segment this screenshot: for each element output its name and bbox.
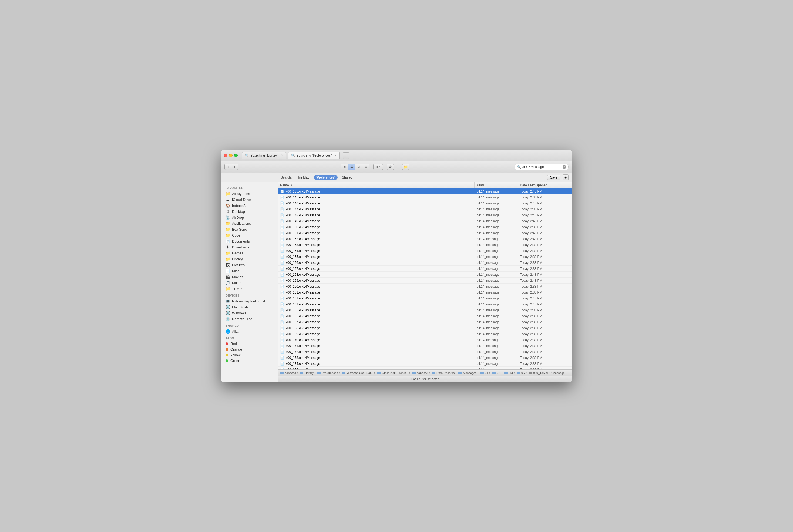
sidebar-item-red[interactable]: Red <box>221 341 278 346</box>
icon-view-button[interactable]: ⊞ <box>341 164 348 170</box>
date-column-header[interactable]: Date Last Opened <box>518 182 572 188</box>
table-row[interactable]: 📄 x00_156.olk14Message olk14_message Tod… <box>278 260 572 266</box>
sidebar-item-temp[interactable]: 📁 TEMP <box>221 286 278 292</box>
table-row[interactable]: 📄 x00_166.olk14Message olk14_message Tod… <box>278 313 572 319</box>
sidebar-item-airdrop[interactable]: 📡 AirDrop <box>221 214 278 220</box>
coverflow-view-button[interactable]: ▤ <box>362 164 369 170</box>
table-row[interactable]: 📄 x00_171.olk14Message olk14_message Tod… <box>278 343 572 349</box>
table-row[interactable]: 📄 x00_157.olk14Message olk14_message Tod… <box>278 266 572 272</box>
sidebar-item-hobbes3[interactable]: 🏠 hobbes3 <box>221 203 278 208</box>
scope-this-mac[interactable]: This Mac <box>294 175 311 180</box>
action-button[interactable]: ⚙ <box>387 164 394 170</box>
scope-preferences[interactable]: "Preferences" <box>314 175 338 180</box>
table-row[interactable]: 📄 x00_151.olk14Message olk14_message Tod… <box>278 230 572 236</box>
table-row[interactable]: 📄 x00_169.olk14Message olk14_message Tod… <box>278 331 572 337</box>
table-row[interactable]: 📄 x00_147.olk14Message olk14_message Tod… <box>278 206 572 212</box>
sidebar-item-icloud-drive[interactable]: ☁ iCloud Drive <box>221 196 278 203</box>
scope-shared[interactable]: Shared <box>340 175 355 180</box>
sidebar-item-all-my-files[interactable]: 📁 All My Files <box>221 191 278 196</box>
name-column-header[interactable]: Name ▲ <box>278 182 475 188</box>
breadcrumb-item[interactable]: 0B <box>492 371 500 375</box>
breadcrumb-item[interactable]: 0M <box>504 371 513 375</box>
table-row[interactable]: 📄 x00_145.olk14Message olk14_message Tod… <box>278 194 572 201</box>
table-row[interactable]: 📄 x00_161.olk14Message olk14_message Tod… <box>278 289 572 296</box>
share-button[interactable]: 📁 <box>402 164 409 170</box>
kind-column-header[interactable]: Kind <box>475 182 518 188</box>
sidebar-item-music[interactable]: 🎵 Music <box>221 280 278 286</box>
sidebar-item-box-sync[interactable]: 📁 Box Sync <box>221 226 278 232</box>
breadcrumb-item[interactable]: 0T <box>480 371 488 375</box>
table-row[interactable]: 📄 x00_170.olk14Message olk14_message Tod… <box>278 337 572 343</box>
breadcrumb-item[interactable]: Messages <box>458 371 476 375</box>
breadcrumb-item[interactable]: Library <box>300 371 314 375</box>
view-options-dropdown[interactable]: ≡ ▾ <box>373 164 383 170</box>
table-row[interactable]: 📄 x00_152.olk14Message olk14_message Tod… <box>278 236 572 242</box>
table-row[interactable]: 📄 x00_160.olk14Message olk14_message Tod… <box>278 284 572 289</box>
breadcrumb-item[interactable]: Preferences <box>317 371 338 375</box>
table-row[interactable]: 📄 x00_163.olk14Message olk14_message Tod… <box>278 301 572 307</box>
table-row[interactable]: 📄 x00_135.olk14Message olk14_message Tod… <box>278 189 572 194</box>
tab-preferences[interactable]: 🔍 Searching "Preferences" ✕ <box>288 152 340 159</box>
sidebar-item-documents[interactable]: 📄 Documents <box>221 238 278 244</box>
sidebar-item-applications[interactable]: 📁 Applications <box>221 220 278 226</box>
tab-library[interactable]: 🔍 Searching "Library" ✕ <box>242 152 286 159</box>
table-row[interactable]: 📄 x00_162.olk14Message olk14_message Tod… <box>278 296 572 301</box>
list-view-button[interactable]: ☰ <box>348 164 355 170</box>
search-input[interactable] <box>522 165 563 169</box>
table-row[interactable]: 📄 x00_167.olk14Message olk14_message Tod… <box>278 319 572 325</box>
table-row[interactable]: 📄 x00_149.olk14Message olk14_message Tod… <box>278 218 572 224</box>
tab-preferences-close[interactable]: ✕ <box>334 154 337 157</box>
breadcrumb-item[interactable]: x00_135.olk14Message <box>529 371 565 375</box>
sidebar-item-yellow[interactable]: Yellow <box>221 352 278 358</box>
table-row[interactable]: 📄 x00_154.olk14Message olk14_message Tod… <box>278 248 572 254</box>
sidebar-item-code[interactable]: 📁 Code <box>221 232 278 238</box>
sidebar-item-hobbes3-splunk[interactable]: 💻 hobbes3-splunk.local <box>221 298 278 304</box>
new-tab-button[interactable]: + <box>343 152 349 159</box>
file-icon: 📄 <box>280 362 284 366</box>
search-clear-button[interactable]: ✕ <box>563 165 566 169</box>
breadcrumb-item[interactable]: 0K <box>517 371 525 375</box>
save-button[interactable]: Save <box>547 175 561 180</box>
breadcrumb-item[interactable]: hobbes3 <box>412 371 428 375</box>
sidebar-item-desktop[interactable]: 🖥 Desktop <box>221 208 278 214</box>
table-row[interactable]: 📄 x00_153.olk14Message olk14_message Tod… <box>278 242 572 248</box>
sidebar-item-orange[interactable]: Orange <box>221 346 278 352</box>
sidebar-item-games[interactable]: 📁 Games <box>221 250 278 256</box>
sidebar-item-all[interactable]: 🌐 All... <box>221 328 278 334</box>
table-row[interactable]: 📄 x00_168.olk14Message olk14_message Tod… <box>278 325 572 331</box>
column-view-button[interactable]: ⊟ <box>355 164 362 170</box>
table-row[interactable]: 📄 x00_148.olk14Message olk14_message Tod… <box>278 212 572 218</box>
sidebar-item-green[interactable]: Green <box>221 358 278 363</box>
tags-header: Tags <box>221 334 278 341</box>
sidebar-item-pictures[interactable]: 🖼 Pictures <box>221 262 278 268</box>
table-row[interactable]: 📄 x00_174.olk14Message olk14_message Tod… <box>278 361 572 367</box>
table-row[interactable]: 📄 x00_173.olk14Message olk14_message Tod… <box>278 355 572 361</box>
breadcrumb-item[interactable]: hobbes3 <box>280 371 296 375</box>
table-row[interactable]: 📄 x00_159.olk14Message olk14_message Tod… <box>278 278 572 284</box>
table-row[interactable]: 📄 x00_150.olk14Message olk14_message Tod… <box>278 224 572 230</box>
sidebar-item-misc[interactable]: 📄 Misc <box>221 268 278 274</box>
table-row[interactable]: 📄 x00_146.olk14Message olk14_message Tod… <box>278 201 572 206</box>
sidebar-item-macintosh[interactable]: 💽 Macintosh <box>221 304 278 310</box>
tab-library-close[interactable]: ✕ <box>281 154 283 157</box>
maximize-button[interactable] <box>234 154 238 157</box>
minimize-button[interactable] <box>229 154 232 157</box>
table-row[interactable]: 📄 x00_176.olk14Message olk14_message Tod… <box>278 367 572 369</box>
close-button[interactable] <box>224 154 227 157</box>
breadcrumb-item[interactable]: Microsoft User Dat... <box>342 371 373 375</box>
breadcrumb-item[interactable]: Office 2011 Identit... <box>377 371 408 375</box>
table-row[interactable]: 📄 x00_165.olk14Message olk14_message Tod… <box>278 307 572 313</box>
forward-button[interactable]: › <box>231 164 238 170</box>
table-row[interactable]: 📄 x00_158.olk14Message olk14_message Tod… <box>278 272 572 278</box>
sidebar-item-remote-disc[interactable]: 💿 Remote Disc <box>221 316 278 322</box>
add-search-button[interactable]: + <box>563 174 569 180</box>
sidebar-item-downloads[interactable]: ⬇ Downloads <box>221 244 278 250</box>
sidebar-item-movies[interactable]: 🎬 Movies <box>221 274 278 280</box>
search-bar[interactable]: 🔍 ✕ <box>514 164 569 170</box>
sidebar-item-library[interactable]: 📁 Library <box>221 256 278 262</box>
sidebar-item-windows[interactable]: 💽 Windows <box>221 310 278 316</box>
back-button[interactable]: ‹ <box>224 164 231 170</box>
table-row[interactable]: 📄 x00_155.olk14Message olk14_message Tod… <box>278 254 572 260</box>
table-row[interactable]: 📄 x00_172.olk14Message olk14_message Tod… <box>278 349 572 355</box>
breadcrumb-item[interactable]: Data Records <box>432 371 455 375</box>
